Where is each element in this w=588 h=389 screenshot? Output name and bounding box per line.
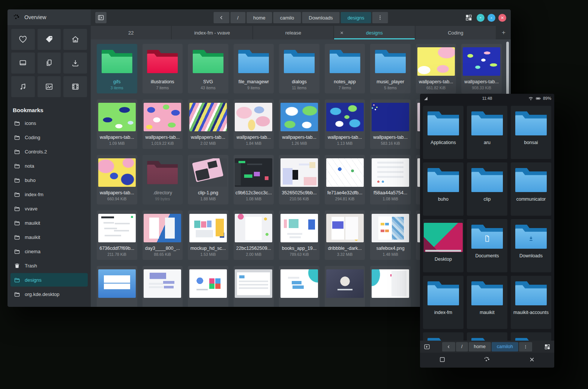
file-item[interactable] [188,266,228,307]
breadcrumb-segment[interactable]: Downloads [302,12,339,23]
file-item[interactable]: wallpapers-tab... 1.13 MiB [325,99,365,149]
file-item[interactable]: books_app_19... 789.63 KiB [279,210,320,260]
file-item[interactable] [142,266,183,307]
back-button[interactable] [442,342,455,351]
overlay-folder-item[interactable]: clip [467,162,507,216]
breadcrumb-segment[interactable]: camiloh [492,342,518,351]
file-item[interactable]: safebox4.png 1.48 MiB [370,210,411,260]
file-item[interactable]: gifs 3 items [97,44,137,93]
tab-close-icon[interactable] [339,30,344,35]
back-close-button[interactable] [528,356,536,364]
sidebar-item-designs[interactable]: designs [10,273,88,287]
maximize-button[interactable] [488,14,495,22]
file-item[interactable]: wallpapers-tab... 661.82 KiB [416,44,456,93]
file-item[interactable]: dribbble_-dark... 3.32 MiB [325,210,365,260]
grid-view-button[interactable] [465,14,473,22]
file-item[interactable]: mockup_hd_sc... 1.53 MiB [188,210,228,260]
sidebar-item-nota[interactable]: nota [10,159,88,173]
file-item[interactable]: clip-1.png 1.88 MiB [188,155,228,204]
file-item[interactable]: wallpapers-tab... 1.84 MiB [234,99,274,149]
sidebar-item-vvave[interactable]: vvave [10,202,88,215]
quick-access-copy-button[interactable] [38,53,61,74]
file-item[interactable] [370,266,411,307]
file-item[interactable] [97,266,137,307]
quick-access-tag-button[interactable] [38,29,61,50]
menu-kebab-button[interactable] [519,342,532,351]
quick-access-music-button[interactable] [11,76,35,97]
breadcrumb-segment[interactable]: / [456,342,468,351]
file-item[interactable] [279,266,320,307]
sidebar-item-icons[interactable]: icons [10,116,88,130]
file-item[interactable]: day3____800_... 88.65 KiB [142,210,183,260]
quick-access-home-button[interactable] [63,29,87,50]
overlay-folder-item[interactable] [423,332,464,341]
file-item[interactable]: 35265025c9bb... 210.56 KiB [279,155,320,204]
sidebar-item-mauikit[interactable]: mauikit [10,230,88,244]
overlay-folder-item[interactable]: mauikit-accounts [511,276,551,329]
sidebar-item-buho[interactable]: buho [10,173,88,187]
file-item[interactable]: dialogs 11 items [279,44,320,93]
file-item[interactable]: wallpapers-tab... 908.33 KiB [461,44,502,93]
file-item[interactable]: c9b612c3ecc3c... 1.08 MiB [234,155,274,204]
grid-view-button[interactable] [544,343,551,350]
sidebar-item-mauikit[interactable]: mauikit [10,216,88,230]
file-item[interactable] [325,266,365,307]
file-item[interactable]: notes_app 7 items [325,44,365,93]
file-item[interactable]: file_managewr 9 items [234,44,274,93]
file-item[interactable]: wallpapers-tab... 1.26 MiB [279,99,320,149]
file-item[interactable]: wallpapers-tab... 660.94 KiB [97,155,137,204]
sidebar-item-coding[interactable]: Coding [10,131,88,144]
overlay-folder-item[interactable]: buho [423,162,464,216]
sidebar-item-org.kde.desktop[interactable]: org.kde.desktop [10,287,88,301]
file-item[interactable]: fe71ae4e32dfb... 294.81 KiB [325,155,365,204]
sidebar-item-trash[interactable]: Trash [10,259,88,272]
file-item[interactable]: wallpapers-tab... 1.09 MiB [97,99,137,149]
sidebar-item-controls.2[interactable]: Controls.2 [10,145,88,158]
file-item[interactable]: 22bc12562509... 2.00 MiB [234,210,274,260]
file-item[interactable]: music_player 5 items [370,44,411,93]
overlay-folder-item[interactable]: bonsai [511,106,551,159]
quick-access-heart-button[interactable] [11,29,35,50]
overlay-folder-item[interactable]: Downloads [511,219,551,272]
tab-index-fm-vvave[interactable]: index-fm - vvave [172,26,252,39]
file-item[interactable]: wallpapers-tab... 1,019.22 KiB [142,99,183,149]
overlay-folder-item[interactable]: index-fm [423,276,464,329]
new-tab-button[interactable]: + [496,26,511,39]
recents-square-button[interactable] [439,356,446,364]
breadcrumb-segment[interactable]: home [246,12,272,23]
file-item[interactable] [234,266,274,307]
close-button[interactable] [498,14,506,22]
sidebar-item-index-fm[interactable]: index-fm [10,188,88,201]
menu-kebab-button[interactable] [372,12,388,23]
overlay-folder-item[interactable] [467,332,507,341]
quick-access-film-button[interactable] [63,76,87,97]
tab-coding[interactable]: Coding [416,26,496,39]
tab-designs[interactable]: designs [334,26,414,39]
sidebar-item-cinema[interactable]: cinema [10,245,88,258]
overlay-folder-item[interactable]: aru [467,106,507,159]
tab-22[interactable]: 22 [91,26,171,39]
sidebar-toggle-button[interactable] [95,12,106,23]
overlay-folder-item[interactable]: communicator [511,162,551,216]
file-item[interactable]: f58aa44a5754... 1.08 MiB [370,155,411,204]
quick-access-display-button[interactable] [11,53,35,74]
quick-access-image-button[interactable] [38,76,61,97]
breadcrumb-segment[interactable]: / [231,12,246,23]
quick-access-download-button[interactable] [63,53,87,74]
breadcrumb-segment[interactable]: home [469,342,491,351]
breadcrumb-segment[interactable]: camilo [273,12,301,23]
file-item[interactable]: SVG 43 items [188,44,228,93]
tab-release[interactable]: release [253,26,333,39]
breadcrumb-segment[interactable]: designs [341,12,371,23]
file-item[interactable]: illustrations 7 items [142,44,183,93]
overlay-folder-item[interactable] [511,332,551,341]
terminal-toggle-button[interactable] [423,343,430,350]
file-item[interactable]: .directory 99 bytes [142,155,183,204]
minimize-button[interactable] [477,14,484,22]
overlay-folder-item[interactable]: mauikit [467,276,507,329]
overlay-folder-item[interactable]: Applications [423,106,464,159]
overlay-folder-item[interactable]: Documents [467,219,507,272]
overlay-folder-item[interactable]: Desktop [423,219,464,272]
file-item[interactable]: wallpapers-tab... 583.16 KiB [370,99,411,149]
home-kde-dots-button[interactable] [483,356,490,364]
